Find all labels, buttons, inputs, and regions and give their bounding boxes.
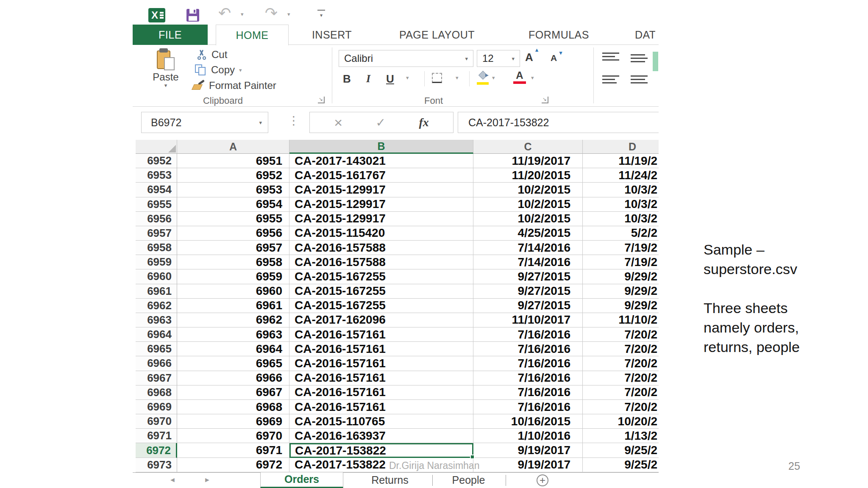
- cell-col-b[interactable]: CA-2015-129917: [289, 212, 473, 226]
- paste-button[interactable]: Paste ▾: [148, 48, 184, 92]
- cell-col-c[interactable]: 7/14/2016: [473, 241, 583, 255]
- cell-col-d[interactable]: 1/13/2: [583, 429, 659, 443]
- cell-col-b[interactable]: CA-2017-162096: [289, 313, 473, 327]
- font-size-dropdown-icon[interactable]: ▾: [512, 55, 515, 62]
- cell-col-b[interactable]: CA-2015-115420: [289, 226, 473, 241]
- row-header[interactable]: 6972: [136, 443, 177, 458]
- cell-col-d[interactable]: 10/20/2: [583, 414, 659, 429]
- row-header[interactable]: 6968: [136, 385, 177, 400]
- undo-dropdown-icon[interactable]: ▾: [241, 11, 244, 17]
- cell-col-c[interactable]: 7/16/2016: [473, 327, 583, 342]
- column-header-b[interactable]: B: [289, 140, 473, 154]
- borders-button[interactable]: [432, 73, 442, 83]
- cell-col-d[interactable]: 9/25/2: [583, 443, 659, 458]
- formula-input[interactable]: CA-2017-153822: [458, 112, 659, 133]
- cell-col-a[interactable]: 6972: [177, 458, 289, 472]
- row-header[interactable]: 6956: [136, 212, 177, 226]
- insert-function-icon[interactable]: fx: [419, 116, 428, 129]
- shrink-font-button[interactable]: A▾: [551, 53, 557, 63]
- align-middle-icon[interactable]: [631, 54, 648, 62]
- cell-col-d[interactable]: 11/19/2: [583, 154, 659, 168]
- cell-col-d[interactable]: 11/24/2: [583, 168, 659, 183]
- name-box-dropdown-icon[interactable]: ▾: [259, 119, 262, 126]
- tab-insert[interactable]: INSERT: [302, 25, 362, 45]
- cell-col-d[interactable]: 9/25/2: [583, 458, 659, 472]
- cell-col-c[interactable]: 10/16/2015: [473, 414, 583, 429]
- cell-col-a[interactable]: 6951: [177, 154, 289, 168]
- cell-col-b[interactable]: CA-2017-143021: [289, 154, 473, 168]
- column-header-c[interactable]: C: [473, 140, 583, 154]
- select-all-corner[interactable]: [136, 140, 177, 154]
- cell-col-a[interactable]: 6954: [177, 197, 289, 212]
- cell-col-c[interactable]: 11/10/2017: [473, 313, 583, 327]
- cell-col-b[interactable]: CA-2015-167255: [289, 299, 473, 313]
- copy-dropdown-icon[interactable]: ▾: [239, 67, 242, 73]
- cell-col-d[interactable]: 7/19/2: [583, 241, 659, 255]
- align-left-icon[interactable]: [602, 75, 619, 83]
- cell-col-a[interactable]: 6962: [177, 313, 289, 327]
- tab-formulas[interactable]: FORMULAS: [517, 25, 600, 45]
- cell-col-a[interactable]: 6964: [177, 342, 289, 356]
- cell-col-a[interactable]: 6960: [177, 284, 289, 299]
- tab-file[interactable]: FILE: [133, 25, 208, 45]
- cell-col-d[interactable]: 5/2/2: [583, 226, 659, 241]
- row-header[interactable]: 6957: [136, 226, 177, 241]
- new-sheet-icon[interactable]: +: [537, 474, 548, 486]
- cell-col-c[interactable]: 4/25/2015: [473, 226, 583, 241]
- font-name-select[interactable]: Calibri ▾: [339, 50, 473, 67]
- cell-col-a[interactable]: 6968: [177, 400, 289, 414]
- cell-col-c[interactable]: 9/19/2017: [473, 458, 583, 472]
- cell-col-a[interactable]: 6958: [177, 255, 289, 269]
- font-size-select[interactable]: 12 ▾: [477, 50, 520, 67]
- cell-col-a[interactable]: 6970: [177, 429, 289, 443]
- cell-col-d[interactable]: 10/3/2: [583, 197, 659, 212]
- format-painter-button[interactable]: Format Painter: [193, 80, 276, 92]
- sheet-tab-orders[interactable]: Orders: [260, 472, 343, 488]
- excel-app-icon[interactable]: X: [148, 8, 165, 22]
- cell-col-b[interactable]: CA-2015-161767: [289, 168, 473, 183]
- row-header[interactable]: 6954: [136, 183, 177, 197]
- cell-col-b[interactable]: CA-2016-157161: [289, 400, 473, 414]
- cell-col-c[interactable]: 9/27/2015: [473, 269, 583, 284]
- cell-col-b[interactable]: CA-2015-129917: [289, 197, 473, 212]
- cell-col-c[interactable]: 9/27/2015: [473, 284, 583, 299]
- row-header[interactable]: 6973: [136, 458, 177, 472]
- column-header-a[interactable]: A: [177, 140, 289, 154]
- cell-col-c[interactable]: 7/16/2016: [473, 356, 583, 371]
- sheet-nav-left-icon[interactable]: ◄: [169, 476, 176, 484]
- row-header[interactable]: 6964: [136, 327, 177, 342]
- fill-color-button[interactable]: [477, 71, 489, 85]
- cell-col-a[interactable]: 6956: [177, 226, 289, 241]
- enter-icon[interactable]: ✓: [376, 116, 386, 130]
- cell-col-c[interactable]: 7/14/2016: [473, 255, 583, 269]
- redo-icon[interactable]: ↷: [265, 6, 278, 22]
- customize-quick-access-icon[interactable]: ▾: [317, 10, 325, 19]
- cell-col-b[interactable]: CA-2015-129917: [289, 183, 473, 197]
- cell-col-c[interactable]: 7/16/2016: [473, 342, 583, 356]
- cell-col-b[interactable]: CA-2015-167255: [289, 284, 473, 299]
- cell-col-a[interactable]: 6971: [177, 443, 289, 458]
- cell-col-d[interactable]: 7/20/2: [583, 371, 659, 385]
- cell-col-c[interactable]: 11/20/2015: [473, 168, 583, 183]
- cell-col-d[interactable]: 10/3/2: [583, 183, 659, 197]
- cell-col-d[interactable]: 9/29/2: [583, 269, 659, 284]
- redo-dropdown-icon[interactable]: ▾: [287, 11, 290, 17]
- cell-col-b[interactable]: CA-2016-157588: [289, 255, 473, 269]
- underline-dropdown-icon[interactable]: ▾: [406, 75, 409, 81]
- font-name-dropdown-icon[interactable]: ▾: [465, 55, 468, 62]
- cell-col-a[interactable]: 6959: [177, 269, 289, 284]
- row-header[interactable]: 6952: [136, 154, 177, 168]
- selected-cell[interactable]: CA-2017-153822: [289, 443, 473, 458]
- cell-col-b[interactable]: CA-2016-157161: [289, 327, 473, 342]
- row-header[interactable]: 6965: [136, 342, 177, 356]
- cell-col-a[interactable]: 6966: [177, 371, 289, 385]
- cancel-icon[interactable]: ×: [334, 116, 342, 129]
- cell-col-b[interactable]: CA-2015-167255: [289, 269, 473, 284]
- row-header[interactable]: 6959: [136, 255, 177, 269]
- borders-dropdown-icon[interactable]: ▾: [456, 75, 459, 81]
- cell-col-b[interactable]: CA-2016-157588: [289, 241, 473, 255]
- cell-col-b[interactable]: CA-2016-163937: [289, 429, 473, 443]
- cell-col-d[interactable]: 7/20/2: [583, 327, 659, 342]
- cell-col-d[interactable]: 7/20/2: [583, 356, 659, 371]
- italic-button[interactable]: I: [366, 70, 370, 87]
